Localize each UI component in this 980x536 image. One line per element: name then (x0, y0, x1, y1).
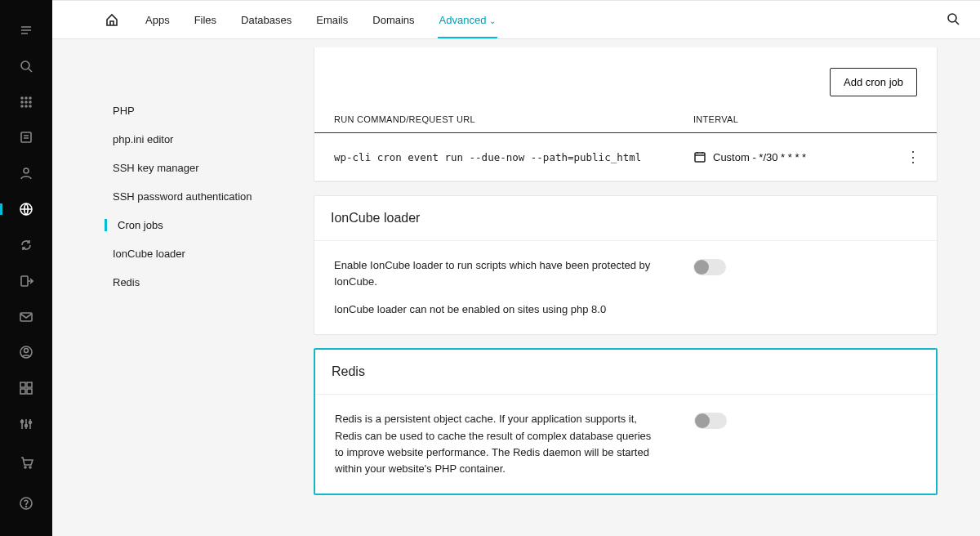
mail-icon (19, 310, 33, 324)
svg-point-5 (25, 101, 27, 103)
svg-point-4 (21, 101, 23, 103)
nav-emails[interactable]: Emails (314, 2, 350, 38)
ioncube-desc-1: Enable IonCube loader to run scripts whi… (334, 257, 661, 290)
cron-interval: Custom - */30 * * * * (693, 150, 906, 163)
redis-desc-text: Redis is a persistent object cache. If y… (335, 411, 662, 477)
cron-table-head: RUN COMMAND/REQUEST URL INTERVAL (314, 114, 937, 133)
top-nav: Apps Files Databases Emails Domains Adva… (52, 0, 980, 39)
nav-domains[interactable]: Domains (371, 2, 416, 38)
list-icon (19, 130, 33, 145)
svg-point-24 (24, 467, 26, 468)
svg-rect-10 (21, 132, 31, 142)
calendar-icon (693, 150, 706, 163)
svg-rect-18 (27, 382, 32, 387)
svg-rect-29 (695, 153, 705, 162)
exit-icon (19, 274, 33, 288)
nav-databases[interactable]: Databases (239, 2, 293, 38)
svg-point-8 (25, 105, 27, 107)
svg-point-0 (21, 61, 29, 69)
left-rail (0, 0, 52, 536)
sidebar-item-phpini[interactable]: php.ini editor (105, 125, 268, 154)
svg-point-7 (21, 105, 23, 107)
rail-settings[interactable] (0, 410, 52, 438)
globe-icon (19, 202, 33, 217)
rail-globe[interactable] (0, 195, 52, 223)
main-content: Add cron job RUN COMMAND/REQUEST URL INT… (314, 47, 938, 536)
th-interval: INTERVAL (693, 114, 906, 124)
user-icon (19, 166, 33, 181)
nav-advanced-label: Advanced (439, 14, 487, 26)
sync-icon (19, 238, 33, 252)
sidebar-item-redis[interactable]: Redis (105, 268, 268, 297)
redis-toggle[interactable] (694, 413, 727, 429)
ioncube-desc: Enable IonCube loader to run scripts whi… (334, 257, 661, 318)
home-icon (105, 12, 119, 27)
add-cron-button[interactable]: Add cron job (830, 68, 917, 96)
help-icon (19, 496, 33, 511)
svg-point-9 (29, 105, 31, 107)
top-search-button[interactable] (946, 11, 960, 29)
svg-rect-19 (20, 389, 25, 394)
svg-point-6 (29, 101, 31, 103)
dashboard-icon (19, 381, 33, 395)
svg-rect-14 (20, 313, 32, 321)
svg-rect-20 (27, 389, 32, 394)
ioncube-title: IonCube loader (314, 196, 937, 241)
ioncube-desc-2: IonCube loader can not be enabled on sit… (334, 302, 661, 318)
redis-card: Redis Redis is a persistent object cache… (314, 348, 938, 495)
redis-title: Redis (315, 350, 936, 395)
home-link[interactable] (105, 12, 119, 27)
sidebar-item-ioncube[interactable]: IonCube loader (105, 239, 268, 268)
sidebar-item-sshpw[interactable]: SSH password authentication (105, 182, 268, 211)
svg-point-25 (29, 467, 31, 468)
ioncube-card: IonCube loader Enable IonCube loader to … (314, 195, 938, 335)
rail-dashboard[interactable] (0, 374, 52, 402)
svg-point-28 (948, 14, 956, 22)
rail-list[interactable] (0, 123, 52, 151)
cron-row: wp-cli cron event run --due-now --path=p… (314, 133, 937, 181)
cron-card: Add cron job RUN COMMAND/REQUEST URL INT… (314, 47, 938, 182)
rail-mail[interactable] (0, 303, 52, 331)
sliders-icon (19, 417, 33, 431)
svg-rect-13 (21, 276, 28, 286)
sidebar-item-cron[interactable]: Cron jobs (105, 211, 268, 239)
search-icon (19, 59, 33, 74)
cart-icon (19, 455, 33, 470)
redis-desc: Redis is a persistent object cache. If y… (335, 411, 662, 477)
account-icon (19, 345, 33, 360)
svg-point-11 (24, 168, 29, 173)
rail-search[interactable] (0, 52, 52, 80)
svg-point-3 (29, 97, 31, 99)
grid-icon (19, 95, 33, 109)
rail-help[interactable] (0, 487, 52, 520)
rail-exit[interactable] (0, 267, 52, 295)
rail-user[interactable] (0, 159, 52, 187)
svg-point-1 (21, 97, 23, 99)
cron-interval-text: Custom - */30 * * * * (713, 151, 806, 163)
svg-rect-17 (20, 382, 25, 387)
svg-point-27 (26, 507, 27, 507)
rail-grid[interactable] (0, 88, 52, 116)
section-sidebar: PHP php.ini editor SSH key manager SSH p… (105, 96, 268, 297)
sidebar-item-sshkey[interactable]: SSH key manager (105, 154, 268, 182)
nav-files[interactable]: Files (193, 2, 218, 38)
sidebar-item-php[interactable]: PHP (105, 96, 268, 125)
cron-row-menu[interactable]: ⋮ (906, 148, 924, 166)
svg-point-2 (25, 97, 27, 99)
menu-icon (19, 23, 33, 38)
cron-command: wp-cli cron event run --due-now --path=p… (334, 151, 693, 163)
ioncube-toggle[interactable] (693, 259, 726, 275)
nav-advanced[interactable]: Advanced⌄ (438, 2, 498, 38)
nav-apps[interactable]: Apps (144, 2, 172, 38)
th-command: RUN COMMAND/REQUEST URL (334, 114, 693, 124)
rail-menu[interactable] (0, 16, 52, 44)
rail-account[interactable] (0, 338, 52, 366)
svg-point-16 (24, 349, 29, 353)
rail-cart[interactable] (0, 446, 52, 479)
chevron-down-icon: ⌄ (489, 16, 496, 25)
rail-sync[interactable] (0, 231, 52, 259)
search-icon (946, 11, 960, 26)
